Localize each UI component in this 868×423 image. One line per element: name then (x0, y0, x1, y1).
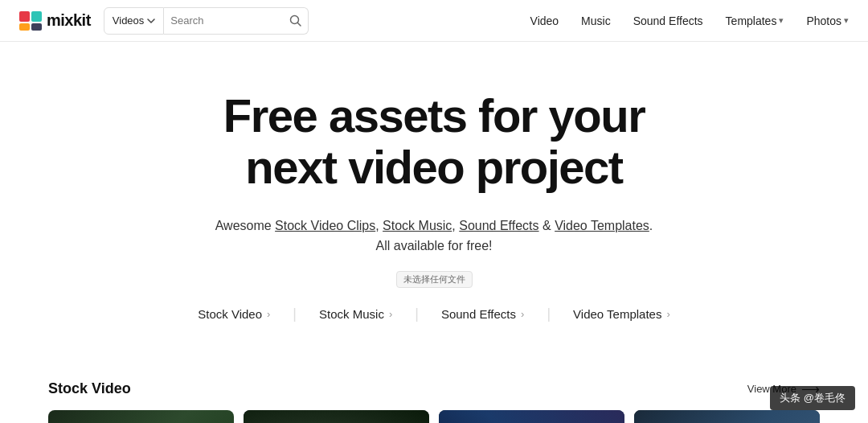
video-card[interactable] (439, 410, 624, 423)
logo-icon (19, 11, 42, 31)
nav-photos[interactable]: Photos (806, 14, 849, 27)
search-button[interactable] (289, 14, 301, 27)
cat-sound-effects-label: Sound Effects (441, 307, 516, 321)
logo-text: mixkit (47, 11, 91, 30)
tooltip-badge: 未选择任何文件 (396, 271, 473, 288)
nav-sound-effects[interactable]: Sound Effects (633, 14, 703, 27)
main-nav: Video Music Sound Effects Templates Phot… (530, 14, 849, 27)
search-section: Videos (104, 7, 309, 35)
watermark: 头条 @卷毛佟 (770, 386, 855, 410)
section-header: Stock Video View More ⟶ (48, 380, 820, 397)
video-card[interactable] (244, 410, 429, 423)
search-input[interactable] (170, 14, 285, 27)
video-grid (48, 410, 820, 423)
header: mixkit Videos Video Music Sound Effects … (0, 0, 868, 42)
cat-video-templates-arrow: › (666, 308, 669, 320)
cat-stock-music[interactable]: Stock Music › (297, 299, 415, 329)
video-card[interactable] (48, 410, 234, 423)
cat-video-templates[interactable]: Video Templates › (551, 299, 693, 329)
hero-title: Free assets for your next video project (177, 90, 691, 193)
cat-stock-video-label: Stock Video (198, 307, 262, 321)
nav-templates[interactable]: Templates (726, 14, 784, 27)
search-icon (289, 14, 301, 27)
cat-sound-effects[interactable]: Sound Effects › (419, 299, 547, 329)
link-stock-music[interactable]: Stock Music (383, 219, 452, 232)
cat-stock-video[interactable]: Stock Video › (175, 299, 293, 329)
chevron-down-icon (147, 17, 155, 25)
svg-rect-2 (19, 23, 30, 31)
nav-video[interactable]: Video (530, 14, 559, 27)
logo[interactable]: mixkit (19, 11, 91, 31)
search-box (164, 7, 309, 35)
section-title: Stock Video (48, 380, 131, 397)
hero-subtitle: Awesome Stock Video Clips, Stock Music, … (209, 216, 659, 257)
link-stock-video[interactable]: Stock Video Clips (275, 219, 375, 232)
cat-stock-video-arrow: › (267, 308, 270, 320)
nav-music[interactable]: Music (581, 14, 611, 27)
link-video-templates[interactable]: Video Templates (555, 219, 649, 232)
category-links: Stock Video › | Stock Music › | Sound Ef… (175, 299, 693, 329)
link-sound-effects[interactable]: Sound Effects (459, 219, 538, 232)
cat-stock-music-arrow: › (389, 308, 392, 320)
filter-label: Videos (113, 14, 145, 27)
svg-rect-1 (31, 11, 42, 22)
svg-rect-3 (31, 23, 42, 31)
video-card[interactable] (634, 410, 820, 423)
svg-line-5 (298, 23, 301, 27)
stock-video-section: Stock Video View More ⟶ (0, 361, 868, 423)
filter-button[interactable]: Videos (104, 7, 165, 35)
cat-stock-music-label: Stock Music (319, 307, 384, 321)
cat-sound-effects-arrow: › (521, 308, 524, 320)
svg-rect-0 (19, 11, 30, 22)
cat-video-templates-label: Video Templates (573, 307, 661, 321)
hero-section: Free assets for your next video project … (0, 42, 868, 361)
